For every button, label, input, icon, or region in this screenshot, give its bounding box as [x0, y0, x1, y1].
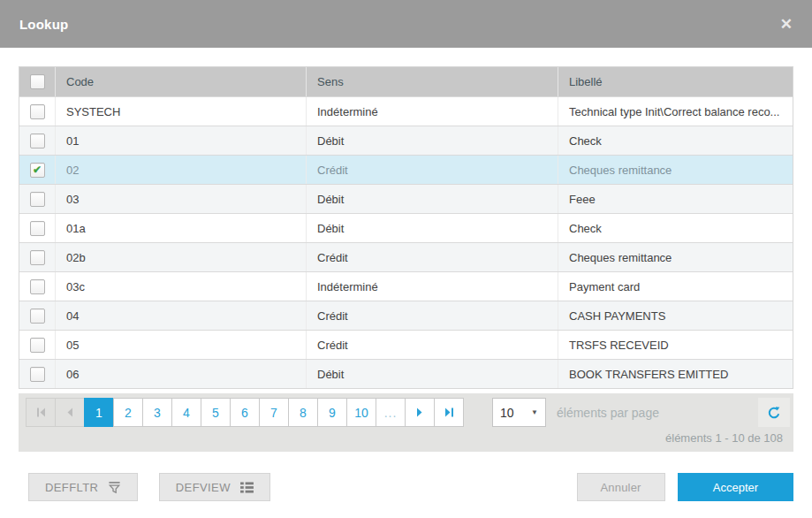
cell-code: 04 [55, 301, 306, 330]
table-row-selected[interactable]: ✔ 02 Crédit Cheques remittance [19, 155, 793, 184]
select-all-checkbox[interactable] [30, 74, 45, 89]
check-icon: ✔ [33, 164, 42, 175]
cell-libelle: CASH PAYMENTS [558, 301, 793, 330]
cell-libelle: Feee [558, 185, 793, 213]
last-page-button[interactable] [434, 398, 464, 427]
row-checkbox[interactable] [30, 250, 45, 265]
page-button-1[interactable]: 1 [84, 398, 114, 427]
table-row[interactable]: 03 Débit Feee [19, 184, 793, 213]
cell-code: 03 [55, 185, 306, 213]
cell-sens: Crédit [306, 243, 558, 271]
first-page-button[interactable] [26, 398, 56, 427]
table-row[interactable]: 01 Débit Check [19, 126, 793, 155]
checkbox-cell [19, 331, 55, 359]
page-button-4[interactable]: 4 [171, 398, 201, 427]
checkbox-cell [19, 97, 55, 126]
row-checkbox[interactable] [30, 104, 45, 119]
cell-sens: Débit [306, 185, 558, 213]
checkbox-cell [19, 360, 55, 388]
table-row[interactable]: 02b Crédit Cheques remittance [19, 242, 793, 271]
cell-sens: Crédit [306, 301, 558, 330]
cell-code: 02 [55, 156, 306, 184]
footer-bar: DEFFLTR DEFVIEW Annuler Accepter [19, 473, 793, 501]
refresh-icon [767, 406, 781, 420]
close-icon[interactable]: ✕ [780, 17, 793, 32]
table-row[interactable]: 04 Crédit CASH PAYMENTS [19, 301, 793, 330]
cell-sens: Crédit [306, 331, 558, 359]
cell-code: 01a [55, 214, 306, 242]
cell-code: 06 [55, 360, 306, 388]
page-size-label: éléments par page [557, 406, 659, 420]
row-checkbox[interactable] [30, 133, 45, 149]
cell-sens: Débit [306, 360, 558, 388]
pagination-bar: 1 2 3 4 5 6 7 8 9 10 ... 10 ▼ [19, 393, 793, 452]
deffltr-button[interactable]: DEFFLTR [28, 473, 138, 501]
page-button-5[interactable]: 5 [201, 398, 231, 427]
table-row[interactable]: SYSTECH Indéterminé Technical type Init\… [19, 96, 793, 126]
prev-page-button[interactable] [55, 398, 85, 427]
row-checkbox[interactable] [30, 192, 45, 207]
checkbox-cell [19, 185, 55, 213]
cell-sens: Débit [306, 126, 558, 155]
next-page-icon [416, 408, 423, 417]
checkbox-cell [19, 272, 55, 301]
table-row[interactable]: 05 Crédit TRSFS RECEVEID [19, 330, 793, 359]
page-button-10[interactable]: 10 [346, 398, 376, 427]
list-view-icon [240, 482, 254, 493]
page-button-2[interactable]: 2 [113, 398, 143, 427]
defview-label: DEFVIEW [176, 481, 231, 494]
next-page-button[interactable] [405, 398, 435, 427]
cell-libelle: Technical type Init\Correct balance reco… [558, 97, 793, 126]
lookup-modal: Lookup ✕ Code Sens Libellé SYSTECH Indét… [0, 0, 812, 518]
row-checkbox[interactable] [30, 309, 45, 324]
caret-down-icon: ▼ [531, 408, 538, 416]
prev-page-icon [66, 408, 73, 417]
select-all-cell [19, 67, 55, 96]
row-checkbox[interactable] [30, 279, 45, 294]
table-row[interactable]: 06 Débit BOOK TRANSFERS EMITTED [19, 359, 793, 388]
cell-sens: Crédit [306, 156, 558, 184]
more-pages-button[interactable]: ... [376, 398, 406, 427]
table-row[interactable]: 03c Indéterminé Payment card [19, 271, 793, 301]
deffltr-label: DEFFLTR [45, 481, 98, 494]
lookup-table: Code Sens Libellé SYSTECH Indéterminé Te… [19, 66, 793, 389]
checkbox-cell [19, 243, 55, 271]
cell-code: SYSTECH [55, 97, 306, 126]
footer-left: DEFFLTR DEFVIEW [28, 473, 270, 501]
page-button-3[interactable]: 3 [142, 398, 172, 427]
checkbox-cell [19, 301, 55, 330]
checkbox-cell [19, 214, 55, 242]
column-header-code[interactable]: Code [55, 67, 306, 96]
filter-icon [108, 481, 121, 494]
defview-button[interactable]: DEFVIEW [159, 473, 270, 501]
refresh-button[interactable] [758, 398, 790, 427]
page-button-6[interactable]: 6 [230, 398, 260, 427]
cancel-button[interactable]: Annuler [577, 473, 665, 501]
cell-sens: Indéterminé [306, 272, 558, 301]
cell-libelle: Cheques remittance [558, 156, 793, 184]
page-size-value: 10 [500, 406, 514, 420]
checkbox-cell: ✔ [19, 156, 55, 184]
cell-code: 05 [55, 331, 306, 359]
cell-code: 02b [55, 243, 306, 271]
accept-button[interactable]: Accepter [678, 473, 793, 501]
row-checkbox[interactable] [30, 367, 45, 382]
row-checkbox[interactable] [30, 338, 45, 353]
cell-code: 01 [55, 126, 306, 155]
page-button-7[interactable]: 7 [259, 398, 289, 427]
table-row[interactable]: 01a Débit Check [19, 213, 793, 242]
cell-libelle: Cheques remittance [558, 243, 793, 271]
cell-sens: Débit [306, 214, 558, 242]
page-size-select[interactable]: 10 ▼ [492, 398, 546, 427]
cell-libelle: Payment card [558, 272, 793, 301]
checkbox-cell [19, 126, 55, 155]
column-header-sens[interactable]: Sens [306, 67, 558, 96]
cell-code: 03c [55, 272, 306, 301]
modal-titlebar: Lookup ✕ [0, 0, 812, 48]
last-page-icon [444, 408, 454, 417]
page-button-8[interactable]: 8 [288, 398, 318, 427]
page-button-9[interactable]: 9 [317, 398, 347, 427]
column-header-libelle[interactable]: Libellé [558, 67, 793, 96]
row-checkbox[interactable] [30, 221, 45, 236]
row-checkbox-checked[interactable]: ✔ [30, 163, 45, 178]
